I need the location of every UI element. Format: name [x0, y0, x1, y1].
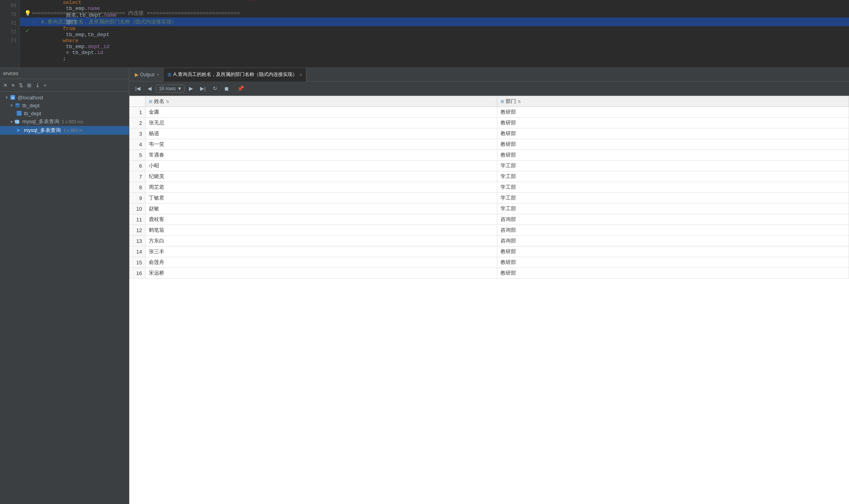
refresh-button[interactable]: ↻ — [210, 84, 220, 93]
tab-output[interactable]: ▶ Output × — [131, 68, 164, 81]
row-name-cell: 俞莲舟 — [146, 257, 497, 268]
tab-result[interactable]: ⊞ A.查询员工的姓名，及所属的部门名称（隐式内连接实现） × — [164, 68, 306, 81]
table-row[interactable]: 5常遇春教研部 — [130, 150, 849, 161]
code-line-71: -- A.查询员工的姓名，及所属的部门名称（隐式内连接实现） — [20, 17, 849, 26]
rows-dropdown[interactable]: 16 rows ▼ — [156, 85, 185, 93]
last-page-button[interactable]: ▶| — [197, 84, 208, 93]
tree-arrow-mysql-query: ▼ — [10, 120, 14, 124]
row-dept-cell: 教研部 — [497, 128, 849, 139]
row-num-cell: 6 — [130, 161, 146, 171]
row-name-cell: 鹿杖客 — [146, 214, 497, 225]
sidebar-label-mysql-query-child: mysql_多表查询 — [24, 127, 61, 134]
table-row[interactable]: 11鹿杖客咨询部 — [130, 214, 849, 225]
table-row[interactable]: 12鹤笔翁咨询部 — [130, 225, 849, 236]
toolbar-btn-x[interactable]: ✕ — [2, 81, 9, 89]
sidebar-item-mysql-query-parent[interactable]: ▼ SQL mysql_多表查询 1 s 883 ms — [0, 117, 129, 126]
row-num-cell: 15 — [130, 257, 146, 268]
row-num-cell: 3 — [130, 128, 146, 139]
sidebar-item-mysql-query-child[interactable]: mysql_多表查询 1 s 883 m — [0, 126, 129, 135]
name-sort-icon[interactable]: ⇅ — [166, 99, 169, 104]
row-dept-cell: 咨询部 — [497, 214, 849, 225]
row-dept-cell: 教研部 — [497, 107, 849, 118]
row-name-cell: 丁敏君 — [146, 193, 497, 204]
row-dept-cell: 教研部 — [497, 118, 849, 128]
table-row[interactable]: 4韦一笑教研部 — [130, 139, 849, 150]
col-header-rownum — [130, 96, 146, 107]
toolbar-btn-list[interactable]: ≡ — [10, 81, 16, 89]
table-row[interactable]: 7纪晓芙学工部 — [130, 171, 849, 182]
code-line-70: 💡 ============================== 内连接 ===… — [20, 9, 849, 17]
tb-dept-icon — [14, 102, 21, 109]
table-row[interactable]: 1金庸教研部 — [130, 107, 849, 118]
stop-button[interactable]: ◼ — [222, 84, 232, 93]
row-name-cell: 金庸 — [146, 107, 497, 118]
data-table-container[interactable]: ⊞ 姓名 ⇅ ⊞ 部门 ⇅ — [129, 96, 849, 504]
tree-arrow-tb-dept: ▼ — [10, 103, 14, 108]
result-tab-icon: ⊞ — [167, 72, 171, 78]
row-name-cell: 宋远桥 — [146, 268, 497, 279]
row-dept-cell: 学工部 — [497, 193, 849, 204]
output-tab-icon: ▶ — [135, 72, 138, 78]
table-row[interactable]: 3杨逍教研部 — [130, 128, 849, 139]
table-row[interactable]: 6小昭学工部 — [130, 161, 849, 171]
table-row[interactable]: 9丁敏君学工部 — [130, 193, 849, 204]
table-row[interactable]: 2张无忌教研部 — [130, 118, 849, 128]
row-dept-cell: 学工部 — [497, 161, 849, 171]
tab-output-close[interactable]: × — [157, 72, 159, 77]
row-dept-cell: 教研部 — [497, 139, 849, 150]
col-header-name[interactable]: ⊞ 姓名 ⇅ — [146, 96, 497, 107]
col-dept-label: 部门 — [506, 98, 516, 105]
sidebar-label-localhost: @localhost — [18, 95, 43, 101]
row-num-cell: 10 — [130, 204, 146, 214]
table-row[interactable]: 16宋远桥教研部 — [130, 268, 849, 279]
table-row[interactable]: 14张三丰教研部 — [130, 246, 849, 257]
sidebar-label-mysql-query-parent: mysql_多表查询 — [22, 118, 59, 125]
localhost-icon: @ — [10, 94, 16, 101]
table-row[interactable]: 10赵敏学工部 — [130, 204, 849, 214]
sidebar-item-localhost[interactable]: ▼ @ @localhost — [0, 93, 129, 101]
tab-result-close[interactable]: × — [300, 72, 302, 77]
toolbar-btn-download[interactable]: ⤓ — [34, 81, 41, 89]
row-name-cell: 张三丰 — [146, 246, 497, 257]
table-body: 1金庸教研部2张无忌教研部3杨逍教研部4韦一笑教研部5常遇春教研部6小昭学工部7… — [130, 107, 849, 279]
check-icon: ✓ — [25, 27, 30, 34]
dropdown-arrow: ▼ — [177, 86, 182, 91]
sidebar-item-tb-dept-db[interactable]: ▼ tb_dept — [0, 101, 129, 109]
row-name-cell: 鹤笔翁 — [146, 225, 497, 236]
toolbar-btn-grid[interactable]: ⊞ — [25, 81, 33, 89]
next-page-button[interactable]: ▶ — [186, 84, 196, 93]
table-row[interactable]: 15俞莲舟教研部 — [130, 257, 849, 268]
row-name-cell: 纪晓芙 — [146, 171, 497, 182]
col-name-label: 姓名 — [154, 98, 164, 105]
row-num-cell: 8 — [130, 182, 146, 193]
table-row[interactable]: 13方东白咨询部 — [130, 236, 849, 246]
results-area: ▶ Output × ⊞ A.查询员工的姓名，及所属的部门名称（隐式内连接实现）… — [129, 68, 849, 504]
rows-count: 16 rows — [159, 86, 175, 91]
dept-sort-icon[interactable]: ⇅ — [518, 99, 521, 104]
tab-output-label: Output — [140, 72, 154, 78]
prev-page-button[interactable]: ◀ — [145, 84, 154, 93]
svg-point-4 — [16, 103, 19, 105]
row-num-cell: 7 — [130, 171, 146, 182]
first-page-button[interactable]: |◀ — [132, 84, 143, 93]
toolbar-btn-add[interactable]: + — [42, 81, 49, 89]
toolbar-btn-sort[interactable]: ⇅ — [17, 81, 25, 89]
row-name-cell: 张无忌 — [146, 118, 497, 128]
query-icon-parent: SQL — [14, 118, 21, 125]
row-num-cell: 9 — [130, 193, 146, 204]
sidebar-time-child: 1 s 883 m — [63, 128, 82, 133]
row-name-cell: 赵敏 — [146, 204, 497, 214]
row-dept-cell: 咨询部 — [497, 236, 849, 246]
table-row[interactable]: 8周芷若学工部 — [130, 182, 849, 193]
row-dept-cell: 学工部 — [497, 204, 849, 214]
sidebar-item-tb-dept-table[interactable]: tb_dept — [0, 109, 129, 117]
row-dept-cell: 教研部 — [497, 268, 849, 279]
row-name-cell: 方东白 — [146, 236, 497, 246]
col-header-dept[interactable]: ⊞ 部门 ⇅ — [497, 96, 849, 107]
tab-result-label: A.查询员工的姓名，及所属的部门名称（隐式内连接实现） — [173, 71, 297, 78]
svg-rect-5 — [17, 111, 21, 116]
row-name-cell: 小昭 — [146, 161, 497, 171]
svg-text:SQL: SQL — [15, 120, 20, 123]
sidebar-header: ervices — [0, 68, 129, 79]
pin-button[interactable]: 📌 — [235, 84, 247, 93]
